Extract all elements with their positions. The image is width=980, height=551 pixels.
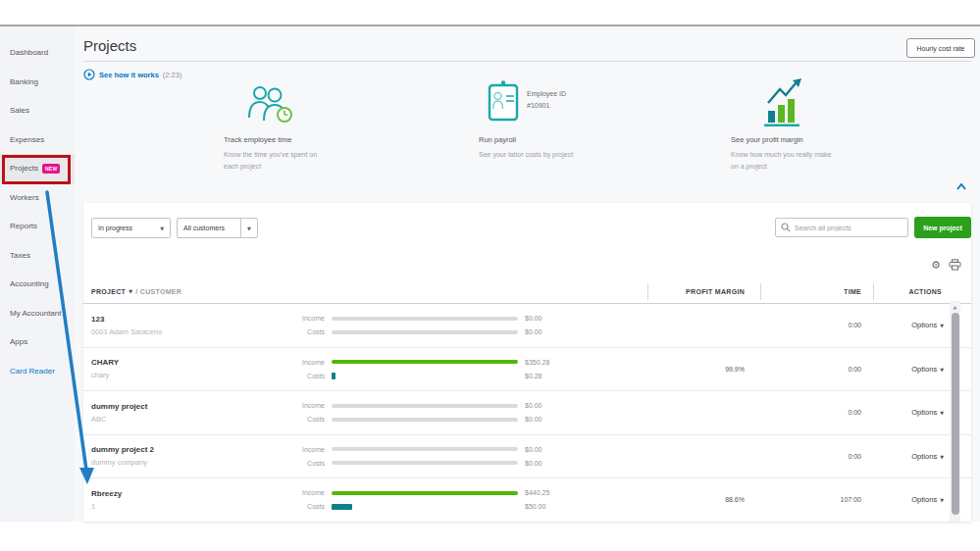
time-value: 107:00 <box>752 496 865 503</box>
sidebar-nav: DashboardBankingSalesExpensesProjectsNEW… <box>0 26 75 522</box>
feature-track-time: Track employee time Know the time you've… <box>224 80 361 173</box>
income-label: Income <box>297 489 325 496</box>
sidebar-item-apps[interactable]: Apps <box>0 327 75 357</box>
sidebar-item-my-accountant[interactable]: My Accountant <box>0 299 75 328</box>
sidebar-item-label: Sales <box>10 106 29 115</box>
customer-name: ABC <box>91 413 297 426</box>
sidebar-item-label: Projects <box>10 164 38 173</box>
status-filter-value: In progress <box>98 225 132 231</box>
profit-margin-value: 88.6% <box>582 496 752 503</box>
search-input[interactable] <box>795 225 903 231</box>
projects-table-panel: In progress ▼ All customers ▼ New projec… <box>83 203 971 522</box>
sidebar-item-label: Card Reader <box>10 367 55 376</box>
customer-name: dummy company <box>91 456 297 469</box>
collapse-banner-chevron-icon[interactable] <box>956 183 966 190</box>
table-row-123[interactable]: 1230001 Adam SaracenoIncome$0.00Costs$0.… <box>83 304 971 348</box>
chevron-down-icon: ▼ <box>940 323 944 328</box>
chevron-down-icon: ▼ <box>940 454 944 460</box>
employee-id-badge-icon <box>488 80 519 123</box>
sidebar-item-workers[interactable]: Workers <box>0 183 75 213</box>
chevron-down-icon: ▼ <box>247 225 251 231</box>
search-box <box>775 218 908 237</box>
feature-subtitle: Know how much you really make on a proje… <box>731 149 841 173</box>
income-value: $350.28 <box>525 359 549 366</box>
sidebar-item-taxes[interactable]: Taxes <box>0 241 75 271</box>
printer-icon[interactable] <box>949 259 961 271</box>
new-project-button[interactable]: New project <box>914 217 971 238</box>
income-value: $0.00 <box>525 315 542 322</box>
table-row-dummy-project[interactable]: dummy projectABCIncome$0.00Costs$0.000:0… <box>83 391 971 435</box>
scrollbar-thumb[interactable] <box>952 313 959 515</box>
customer-name: 0001 Adam Saraceno <box>91 326 297 338</box>
feature-title: See your profit margin <box>731 135 868 144</box>
page-title: Projects <box>83 37 136 54</box>
income-label: Income <box>297 446 325 453</box>
feature-subtitle: See your labor costs by project <box>479 149 589 161</box>
column-header-project[interactable]: PROJECT ▼ / CUSTOMER <box>83 288 297 295</box>
projects-table-body: 1230001 Adam SaracenoIncome$0.00Costs$0.… <box>83 304 971 523</box>
profit-margin-chart-icon <box>763 78 804 127</box>
header-separator <box>873 283 874 300</box>
sort-desc-icon: ▼ <box>129 288 132 294</box>
income-bar <box>332 359 518 366</box>
feature-subtitle: Know the time you've spent on each proje… <box>224 149 334 173</box>
project-name[interactable]: 123 <box>91 313 297 326</box>
time-value: 0:00 <box>752 453 865 460</box>
customer-name: 1 <box>91 500 297 513</box>
income-bar <box>332 315 518 322</box>
sidebar-item-banking[interactable]: Banking <box>0 68 75 97</box>
sidebar-item-label: Reports <box>10 222 37 230</box>
income-value: $0.00 <box>525 446 542 453</box>
table-row-chary[interactable]: CHARYcharyIncome$350.28Costs$0.2899.9%0:… <box>83 348 971 392</box>
sidebar-item-projects[interactable]: ProjectsNEW <box>0 154 75 183</box>
sidebar-item-card-reader[interactable]: Card Reader <box>0 357 75 386</box>
table-header: PROJECT ▼ / CUSTOMER PROFIT MARGIN TIME … <box>83 279 971 304</box>
gear-icon[interactable]: ⚙ <box>931 260 941 271</box>
table-scrollbar[interactable]: ▲ <box>950 301 960 522</box>
costs-label: Costs <box>297 328 325 335</box>
costs-bar <box>332 503 518 510</box>
income-bar <box>332 489 518 496</box>
feature-title: Run payroll <box>479 135 616 144</box>
project-name[interactable]: CHARY <box>91 356 297 369</box>
costs-label: Costs <box>297 416 325 423</box>
income-label: Income <box>297 315 325 322</box>
costs-value: $50.00 <box>525 503 545 510</box>
time-value: 0:00 <box>752 366 865 373</box>
feature-title: Track employee time <box>224 135 361 144</box>
sidebar-item-label: Taxes <box>10 251 30 260</box>
hourly-cost-rate-button[interactable]: Hourly cost rate <box>906 38 975 58</box>
sidebar-item-accounting[interactable]: Accounting <box>0 270 75 299</box>
project-name[interactable]: dummy project <box>91 400 297 413</box>
project-name[interactable]: Rbreezy <box>91 487 297 500</box>
sidebar-item-expenses[interactable]: Expenses <box>0 125 75 155</box>
table-row-rbreezy[interactable]: Rbreezy1Income$440.25Costs$50.0088.6%107… <box>83 478 971 523</box>
costs-value: $0.00 <box>525 328 542 335</box>
customer-filter-dropdown[interactable]: All customers ▼ <box>177 218 258 238</box>
app-region: DashboardBankingSalesExpensesProjectsNEW… <box>0 26 980 522</box>
project-name[interactable]: dummy project 2 <box>91 443 297 456</box>
sidebar-item-label: Dashboard <box>10 48 48 57</box>
options-label: Options <box>911 365 937 374</box>
header-divider <box>83 61 971 62</box>
scroll-up-icon[interactable]: ▲ <box>950 301 960 310</box>
sidebar-item-label: Apps <box>10 337 27 346</box>
see-how-it-works-link[interactable]: See how it works (2:23) <box>83 69 181 80</box>
column-header-customer: / CUSTOMER <box>135 288 181 295</box>
costs-bar <box>332 416 518 423</box>
table-row-dummy-project-2[interactable]: dummy project 2dummy companyIncome$0.00C… <box>83 435 971 479</box>
chevron-down-icon: ▼ <box>940 410 944 416</box>
feature-run-payroll: Employee ID #10901 Run payroll See your … <box>479 80 616 161</box>
time-value: 0:00 <box>752 409 865 416</box>
income-label: Income <box>297 359 325 366</box>
sidebar-item-reports[interactable]: Reports <box>0 212 75 241</box>
sidebar-item-dashboard[interactable]: Dashboard <box>0 38 75 68</box>
chevron-down-icon: ▼ <box>160 225 164 231</box>
projects-page: DashboardBankingSalesExpensesProjectsNEW… <box>0 0 980 551</box>
income-value: $440.25 <box>525 489 549 496</box>
costs-value: $0.00 <box>525 416 542 423</box>
sidebar-item-sales[interactable]: Sales <box>0 96 75 125</box>
status-filter-dropdown[interactable]: In progress ▼ <box>91 218 171 238</box>
income-value: $0.00 <box>525 402 542 409</box>
options-label: Options <box>911 408 937 417</box>
